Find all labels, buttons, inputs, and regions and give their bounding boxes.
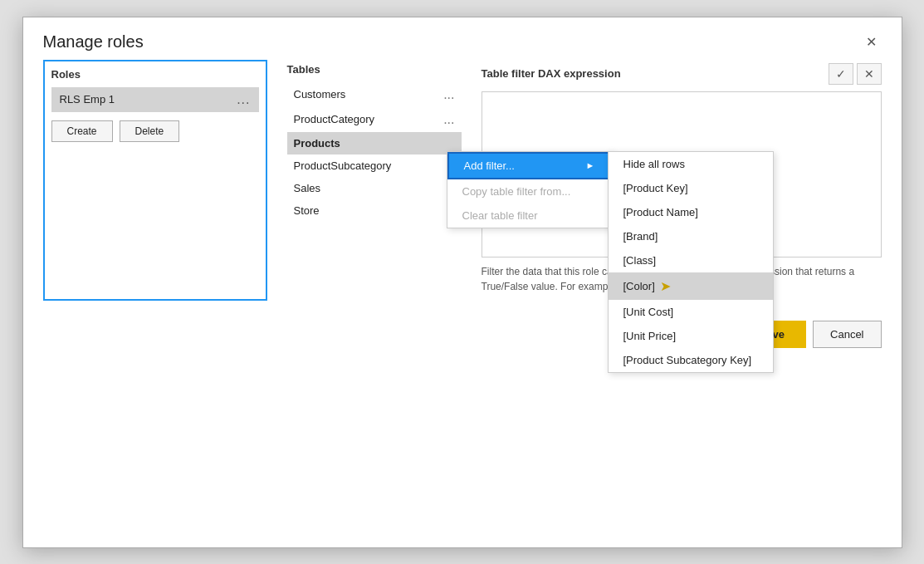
roles-actions: Create Delete: [51, 120, 259, 142]
context-menu: Add filter... ► Copy table filter from..…: [447, 151, 613, 228]
submenu-item-label: [Unit Cost]: [623, 306, 674, 318]
table-item-dots[interactable]: ...: [443, 87, 454, 102]
dax-confirm-button[interactable]: ✓: [829, 63, 853, 85]
submenu-item-label: [Color]: [623, 280, 655, 292]
table-item-dots[interactable]: ...: [443, 112, 454, 127]
context-menu-item-add-filter[interactable]: Add filter... ►: [447, 152, 612, 179]
context-menu-item-clear-filter: Clear table filter: [447, 204, 612, 228]
table-item-productcategory[interactable]: ProductCategory ...: [287, 107, 462, 132]
submenu-item-label: [Unit Price]: [623, 330, 677, 342]
close-button[interactable]: ✕: [861, 32, 882, 51]
submenu-item-hide-all-rows[interactable]: Hide all rows: [609, 152, 773, 176]
dialog-title: Manage roles: [43, 32, 144, 51]
submenu-item-brand[interactable]: [Brand]: [609, 224, 773, 248]
role-item-label: RLS Emp 1: [60, 93, 115, 105]
context-menu-item-copy-filter: Copy table filter from...: [447, 179, 612, 204]
cancel-button[interactable]: Cancel: [813, 321, 881, 348]
submenu-arrow-icon: ►: [586, 160, 595, 170]
table-item-productsubcategory[interactable]: ProductSubcategory: [287, 154, 462, 177]
submenu-item-unit-cost[interactable]: [Unit Cost]: [609, 300, 773, 324]
submenu-item-label: [Product Key]: [623, 182, 688, 194]
roles-panel: Roles RLS Emp 1 ... Create Delete: [43, 60, 267, 301]
manage-roles-dialog: Manage roles ✕ Roles RLS Emp 1 ... Creat…: [22, 17, 902, 548]
tables-panel-title: Tables: [287, 63, 462, 76]
submenu-item-class[interactable]: [Class]: [609, 248, 773, 272]
submenu-item-product-key[interactable]: [Product Key]: [609, 176, 773, 200]
submenu-item-label: Hide all rows: [623, 158, 685, 170]
role-item[interactable]: RLS Emp 1 ...: [51, 87, 259, 112]
dialog-header: Manage roles ✕: [23, 17, 902, 60]
table-item-label: ProductSubcategory: [294, 159, 392, 172]
dax-panel-title: Table filter DAX expression: [482, 67, 621, 80]
table-item-label: Products: [294, 137, 340, 150]
dax-cancel-button[interactable]: ✕: [857, 63, 882, 85]
submenu-item-product-name[interactable]: [Product Name]: [609, 200, 773, 224]
submenu-item-product-subcategory-key[interactable]: [Product Subcategory Key]: [609, 348, 773, 372]
submenu-item-label: [Brand]: [623, 230, 658, 243]
dax-actions: ✓ ✕: [829, 63, 882, 85]
submenu-item-color[interactable]: [Color] ➤: [609, 272, 773, 300]
dialog-body: Roles RLS Emp 1 ... Create Delete Tables…: [23, 60, 902, 301]
table-item-label: Sales: [294, 182, 321, 194]
table-item-store[interactable]: Store: [287, 199, 462, 222]
table-item-label: ProductCategory: [294, 113, 375, 125]
cursor-icon: ➤: [660, 278, 671, 294]
context-menu-item-label: Clear table filter: [462, 209, 538, 222]
table-item-customers[interactable]: Customers ...: [287, 82, 462, 107]
role-item-dots[interactable]: ...: [237, 92, 250, 107]
table-item-products[interactable]: Products: [287, 132, 462, 154]
tables-panel: Tables Customers ... ProductCategory ...…: [287, 60, 462, 301]
submenu: Hide all rows [Product Key] [Product Nam…: [608, 151, 774, 373]
delete-role-button[interactable]: Delete: [120, 120, 180, 142]
submenu-item-label: [Class]: [623, 254, 657, 267]
dax-header: Table filter DAX expression ✓ ✕: [482, 63, 882, 85]
table-item-sales[interactable]: Sales: [287, 177, 462, 199]
context-menu-item-label: Copy table filter from...: [462, 185, 571, 198]
context-menu-item-label: Add filter...: [464, 159, 515, 172]
table-item-label: Store: [294, 204, 320, 217]
table-item-label: Customers: [294, 88, 346, 101]
submenu-item-unit-price[interactable]: [Unit Price]: [609, 324, 773, 348]
submenu-item-label: [Product Name]: [623, 206, 698, 218]
submenu-item-label: [Product Subcategory Key]: [623, 354, 752, 366]
create-role-button[interactable]: Create: [51, 120, 113, 142]
roles-panel-title: Roles: [51, 68, 259, 81]
